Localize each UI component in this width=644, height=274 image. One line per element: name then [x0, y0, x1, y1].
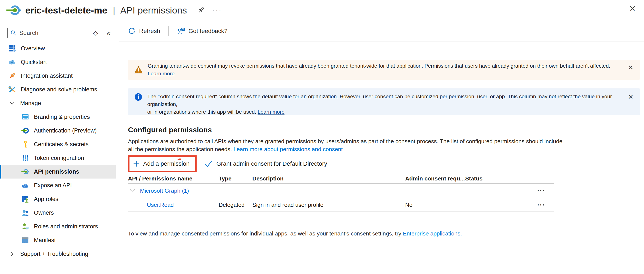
sidebar-item-expose-api[interactable]: Expose an API: [0, 178, 116, 192]
permission-description: Sign in and read user profile: [252, 202, 405, 208]
sidebar-item-owners[interactable]: Owners: [0, 206, 116, 220]
sidebar-group-manage[interactable]: Manage: [0, 96, 116, 110]
sidebar-item-label: Manifest: [34, 237, 56, 244]
svg-text:{ }: { }: [23, 240, 28, 243]
col-status: Status: [465, 175, 554, 182]
close-blade-icon[interactable]: ✕: [629, 4, 636, 13]
feedback-button[interactable]: Got feedback?: [177, 27, 228, 35]
pin-icon[interactable]: [197, 6, 205, 14]
sidebar-item-authentication[interactable]: Authentication (Preview): [0, 124, 116, 137]
sidebar-group-label: Support + Troubleshooting: [20, 251, 88, 257]
diagnose-icon: [8, 85, 16, 94]
page-title: eric-test-delete-me | API permissions: [25, 5, 187, 16]
microsoft-graph-link[interactable]: Microsoft Graph (1): [140, 187, 189, 194]
feedback-icon: [177, 27, 185, 35]
refresh-label: Refresh: [139, 28, 160, 34]
resize-handle-icon[interactable]: ◇: [93, 29, 98, 37]
col-admin-consent: Admin consent requ...: [405, 175, 465, 182]
sidebar-item-label: Diagnose and solve problems: [21, 86, 97, 93]
search-input[interactable]: [19, 29, 84, 36]
owners-icon: [21, 209, 29, 217]
col-type: Type: [219, 175, 252, 182]
api-permissions-icon: [21, 168, 29, 176]
sidebar-item-roles-admins[interactable]: Roles and administrators: [0, 220, 116, 233]
app-name: eric-test-delete-me: [25, 5, 107, 15]
sidebar-item-app-roles[interactable]: App roles: [0, 192, 116, 206]
collapse-menu-icon[interactable]: «: [106, 29, 110, 37]
annotation-cursor-mark: [177, 158, 182, 160]
page-header: eric-test-delete-me | API permissions ··…: [0, 0, 644, 20]
table-group-row: Microsoft Graph (1) •••: [128, 184, 554, 198]
sidebar-item-overview[interactable]: Overview: [0, 41, 116, 55]
sidebar-item-label: Certificates & secrets: [34, 141, 88, 148]
branding-icon: www: [21, 113, 29, 121]
feedback-label: Got feedback?: [188, 28, 228, 34]
chevron-down-icon: [8, 99, 16, 107]
refresh-button[interactable]: Refresh: [128, 27, 160, 35]
sidebar-search[interactable]: [7, 28, 88, 38]
sidebar-group-label: Manage: [20, 100, 41, 107]
warning-banner: Granting tenant-wide consent may revoke …: [128, 60, 640, 80]
refresh-icon: [128, 27, 136, 35]
table-row: User.Read Delegated Sign in and read use…: [128, 198, 554, 212]
overview-icon: [8, 44, 16, 52]
annotation-highlight-box: Add a permission: [128, 155, 196, 172]
warning-text: Granting tenant-wide consent may revoke …: [148, 62, 616, 78]
sidebar-item-manifest[interactable]: { } Manifest: [0, 233, 116, 247]
sidebar-item-integration-assistant[interactable]: Integration assistant: [0, 69, 116, 83]
section-heading: Configured permissions: [128, 126, 640, 134]
certificates-icon: [21, 140, 29, 148]
sidebar-group-support[interactable]: Support + Troubleshooting: [0, 247, 116, 261]
warning-learn-more-link[interactable]: Learn more: [148, 71, 174, 76]
more-options-icon[interactable]: ···: [212, 6, 222, 14]
info-banner: The "Admin consent required" column show…: [128, 88, 640, 115]
sidebar-item-label: Expose an API: [34, 182, 72, 189]
add-permission-button[interactable]: Add a permission: [133, 160, 190, 167]
manifest-icon: { }: [21, 236, 29, 244]
sidebar-item-label: Roles and administrators: [34, 223, 98, 230]
search-icon: [10, 30, 17, 36]
chevron-right-icon: [8, 250, 16, 258]
sidebar-item-quickstart[interactable]: Quickstart: [0, 55, 116, 69]
sidebar-item-label: Overview: [21, 45, 45, 52]
grant-admin-consent-button[interactable]: Grant admin consent for Default Director…: [204, 160, 327, 167]
info-icon: [134, 93, 142, 101]
plus-icon: [133, 160, 140, 167]
sidebar-item-certificates[interactable]: Certificates & secrets: [0, 137, 116, 151]
token-configuration-icon: [21, 154, 29, 162]
app-roles-icon: [21, 195, 29, 203]
info-text: The "Admin consent required" column show…: [147, 93, 616, 116]
info-learn-more-link[interactable]: Learn more: [258, 109, 284, 115]
warning-close-icon[interactable]: ✕: [628, 64, 634, 71]
authentication-icon: [21, 127, 29, 135]
toolbar-divider: [168, 26, 169, 36]
sidebar-item-token-configuration[interactable]: Token configuration: [0, 151, 116, 165]
sidebar-item-label: API permissions: [34, 168, 79, 175]
grant-admin-consent-label: Grant admin consent for Default Director…: [216, 160, 327, 167]
sidebar-item-label: Branding & properties: [34, 114, 90, 120]
chevron-down-icon[interactable]: [129, 187, 136, 194]
permissions-table: API / Permissions name Type Description …: [128, 174, 554, 212]
row-more-icon[interactable]: •••: [538, 202, 545, 207]
sidebar-item-label: App roles: [34, 196, 58, 202]
table-header-row: API / Permissions name Type Description …: [128, 174, 554, 184]
sidebar-item-branding[interactable]: www Branding & properties: [0, 110, 116, 124]
permission-name-link[interactable]: User.Read: [128, 202, 219, 208]
info-close-icon[interactable]: ✕: [628, 93, 634, 101]
enterprise-applications-link[interactable]: Enterprise applications: [403, 230, 460, 237]
title-separator: |: [113, 5, 115, 15]
sidebar-item-label: Owners: [34, 210, 54, 216]
sidebar-nav: Overview Quickstart: [0, 41, 119, 261]
command-bar: Refresh Got feedback?: [119, 20, 644, 42]
section-description: Applications are authorized to call APIs…: [128, 137, 640, 153]
app-registration-icon: [6, 3, 21, 17]
permissions-consent-link[interactable]: Learn more about permissions and consent: [234, 146, 343, 152]
blade-title: API permissions: [120, 5, 187, 15]
expose-api-icon: [21, 181, 29, 189]
row-more-icon[interactable]: •••: [538, 188, 545, 193]
sidebar-item-api-permissions[interactable]: API permissions: [0, 165, 116, 178]
sidebar: ◇ « Overview: [0, 20, 119, 274]
actions-row: Add a permission Grant admin consent for…: [128, 155, 640, 172]
sidebar-item-diagnose[interactable]: Diagnose and solve problems: [0, 83, 116, 96]
quickstart-icon: [8, 58, 16, 66]
